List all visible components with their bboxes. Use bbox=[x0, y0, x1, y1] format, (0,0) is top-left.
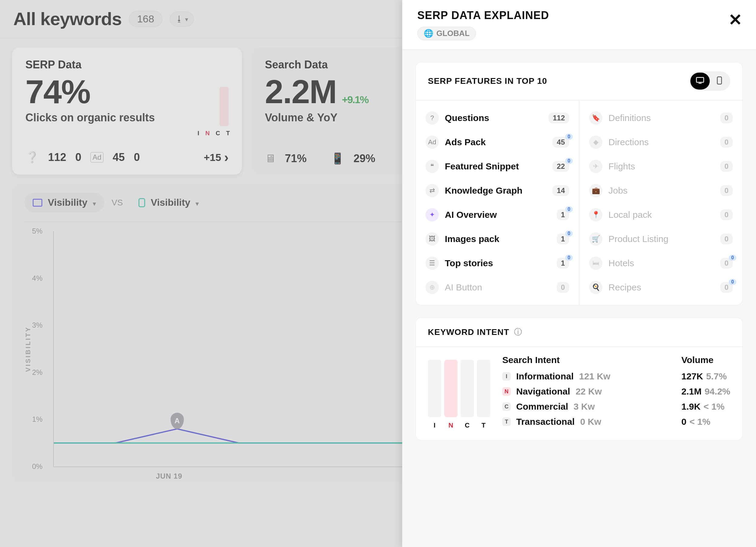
feature-row[interactable]: ☰Top stories10 bbox=[425, 251, 569, 275]
intent-label: Informational bbox=[516, 371, 574, 382]
feature-row[interactable]: ✦AI Overview10 bbox=[425, 203, 569, 227]
feature-row: ✈Flights0 bbox=[589, 154, 733, 178]
device-desktop-option[interactable] bbox=[690, 73, 710, 89]
feature-row: 🔖Definitions0 bbox=[589, 106, 733, 130]
feature-icon: 🛒 bbox=[589, 232, 602, 246]
ads-icon: Ad bbox=[90, 152, 103, 162]
intent-kw: 3 Kw bbox=[574, 402, 595, 412]
feature-badge: 0 bbox=[565, 206, 573, 212]
feature-badge: 0 bbox=[565, 134, 573, 140]
feature-label: AI Overview bbox=[445, 210, 551, 220]
feature-row: 📍Local pack0 bbox=[589, 203, 733, 227]
feature-label: Hotels bbox=[608, 258, 714, 268]
keyword-count-pill[interactable]: 168 bbox=[129, 11, 162, 27]
panel-global-badge[interactable]: GLOBAL bbox=[417, 27, 476, 40]
serp-explained-panel: SERP DATA EXPLAINED GLOBAL ✕ SERP FEATUR… bbox=[402, 0, 756, 547]
feature-icon: ⇄ bbox=[425, 184, 439, 197]
svg-rect-2 bbox=[717, 77, 722, 84]
search-delta: +9.1% bbox=[342, 94, 368, 106]
feature-count: 450 bbox=[552, 137, 569, 148]
intent-bar: T bbox=[477, 360, 490, 429]
feature-label: Knowledge Graph bbox=[445, 185, 546, 196]
feature-count: 0 bbox=[720, 112, 733, 123]
intent-row: TTransactional0 Kw bbox=[502, 414, 663, 429]
feature-count: 0 bbox=[720, 233, 733, 244]
feature-row: 🛒Product Listing0 bbox=[589, 227, 733, 251]
y-tick: 0% bbox=[32, 462, 43, 471]
feature-count: 00 bbox=[720, 258, 733, 268]
vs-label: VS bbox=[112, 198, 123, 207]
feature-label: Ads Pack bbox=[445, 137, 546, 147]
ads-count: 45 bbox=[112, 151, 125, 164]
intent-bar: I bbox=[428, 360, 441, 429]
close-button[interactable]: ✕ bbox=[728, 10, 742, 29]
volume-head: Volume bbox=[681, 355, 730, 365]
feature-row[interactable]: AdAds Pack450 bbox=[425, 130, 569, 154]
serp-card-title: SERP Data bbox=[25, 58, 229, 71]
feature-label: Top stories bbox=[445, 258, 551, 268]
intent-label: Commercial bbox=[516, 402, 568, 412]
device-mobile-option[interactable] bbox=[710, 73, 729, 89]
feature-icon: ⊕ bbox=[425, 281, 439, 294]
y-axis-label: VISIBILITY bbox=[24, 326, 32, 372]
questions-bold: 0 bbox=[75, 151, 81, 164]
serp-more[interactable]: +15 bbox=[204, 150, 229, 165]
feature-row[interactable]: ?Questions112 bbox=[425, 106, 569, 130]
feature-count: 0 bbox=[720, 137, 733, 148]
feature-count: 10 bbox=[557, 233, 569, 244]
intent-label: Navigational bbox=[516, 386, 570, 397]
page-title: All keywords bbox=[13, 8, 122, 29]
serp-features-card: SERP FEATURES IN TOP 10 ?Questions bbox=[415, 62, 743, 305]
globe-icon bbox=[424, 29, 433, 38]
ads-bold: 0 bbox=[134, 151, 140, 164]
visibility-desktop-pill[interactable]: Visibility bbox=[24, 193, 104, 212]
serp-data-card[interactable]: SERP Data 74% Clicks on organic results … bbox=[12, 47, 242, 174]
download-button[interactable] bbox=[170, 11, 194, 27]
intent-tag: T bbox=[502, 418, 511, 426]
feature-label: Product Listing bbox=[608, 234, 714, 244]
feature-badge: 0 bbox=[729, 255, 736, 261]
intent-bar-chart: INCT bbox=[428, 355, 490, 429]
intent-bar: N bbox=[444, 360, 458, 429]
feature-count: 0 bbox=[720, 161, 733, 172]
caret-down-icon bbox=[185, 14, 188, 24]
feature-row: ◆Directions0 bbox=[589, 130, 733, 154]
search-intent-head: Search Intent bbox=[502, 355, 663, 365]
serp-intent-mini bbox=[220, 87, 229, 126]
keyword-intent-card: KEYWORD INTENT ⓘ INCT Search Intent IInf… bbox=[415, 318, 743, 441]
svg-rect-0 bbox=[696, 77, 704, 82]
feature-row[interactable]: ❝Featured Snippet220 bbox=[425, 154, 569, 178]
feature-badge: 0 bbox=[565, 158, 573, 164]
feature-label: Featured Snippet bbox=[445, 161, 546, 171]
mobile-icon bbox=[717, 76, 722, 86]
question-icon: ❔ bbox=[25, 151, 39, 164]
feature-count: 14 bbox=[552, 185, 569, 196]
feature-icon: 🍳 bbox=[589, 281, 602, 294]
feature-label: Flights bbox=[608, 161, 714, 171]
y-tick: 2% bbox=[32, 368, 43, 377]
feature-label: Images pack bbox=[445, 234, 551, 244]
feature-badge: 0 bbox=[565, 255, 573, 261]
y-tick: 1% bbox=[32, 415, 43, 424]
caret-down-icon bbox=[196, 197, 199, 208]
info-icon[interactable]: ⓘ bbox=[514, 327, 522, 337]
desktop-share: 71% bbox=[285, 152, 307, 165]
intent-tag: C bbox=[502, 402, 511, 411]
feature-label: AI Button bbox=[445, 282, 551, 293]
intent-row: CCommercial3 Kw bbox=[502, 399, 663, 414]
visibility-mobile-pill[interactable]: Visibility bbox=[130, 193, 207, 212]
feature-row: 🍳Recipes00 bbox=[589, 275, 733, 300]
feature-row[interactable]: 🖼Images pack10 bbox=[425, 227, 569, 251]
feature-row[interactable]: ⇄Knowledge Graph14 bbox=[425, 178, 569, 203]
feature-icon: 🛏 bbox=[589, 256, 602, 270]
intent-label: Transactional bbox=[516, 417, 575, 427]
feature-icon: ☰ bbox=[425, 256, 439, 270]
intent-heading: KEYWORD INTENT bbox=[428, 327, 509, 337]
device-toggle[interactable] bbox=[689, 71, 730, 91]
intent-bar: C bbox=[461, 360, 474, 429]
svg-rect-1 bbox=[699, 83, 702, 84]
volume-row: 127K5.7% bbox=[681, 369, 730, 384]
feature-label: Jobs bbox=[608, 185, 714, 196]
y-tick: 4% bbox=[32, 274, 43, 283]
feature-icon: 📍 bbox=[589, 208, 602, 221]
